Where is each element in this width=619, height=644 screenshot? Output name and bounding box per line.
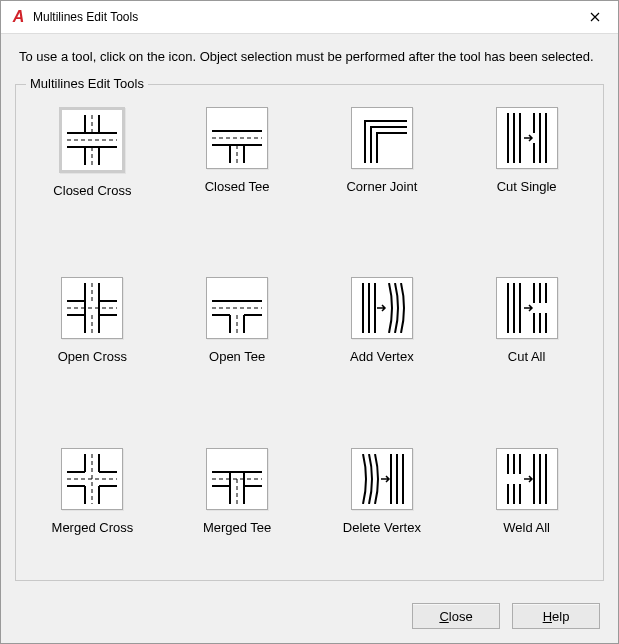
tool-cut-single[interactable]: Cut Single [468, 107, 585, 229]
tool-label: Delete Vertex [343, 520, 421, 535]
button-bar: Close Help [1, 593, 618, 643]
mnemonic: C [439, 609, 448, 624]
merged-tee-icon [206, 448, 268, 510]
tool-closed-cross[interactable]: Closed Cross [34, 107, 151, 229]
tool-delete-vertex[interactable]: Delete Vertex [324, 448, 441, 570]
closed-tee-icon [206, 107, 268, 169]
btn-rest: elp [552, 609, 569, 624]
tool-label: Closed Cross [53, 183, 131, 198]
tool-label: Open Tee [209, 349, 265, 364]
window-title: Multilines Edit Tools [33, 10, 572, 24]
tool-label: Cut Single [497, 179, 557, 194]
tool-label: Corner Joint [346, 179, 417, 194]
dialog-multilines-edit-tools: A Multilines Edit Tools To use a tool, c… [0, 0, 619, 644]
open-tee-icon [206, 277, 268, 339]
tool-label: Weld All [503, 520, 550, 535]
tool-weld-all[interactable]: Weld All [468, 448, 585, 570]
open-cross-icon [61, 277, 123, 339]
weld-all-icon [496, 448, 558, 510]
add-vertex-icon [351, 277, 413, 339]
tool-merged-tee[interactable]: Merged Tee [179, 448, 296, 570]
close-icon[interactable] [572, 1, 618, 33]
tool-add-vertex[interactable]: Add Vertex [324, 277, 441, 399]
btn-rest: lose [449, 609, 473, 624]
panel-legend: Multilines Edit Tools [26, 76, 148, 91]
closed-cross-icon [59, 107, 125, 173]
delete-vertex-icon [351, 448, 413, 510]
app-icon: A [9, 8, 27, 26]
tool-label: Cut All [508, 349, 546, 364]
tool-corner-joint[interactable]: Corner Joint [324, 107, 441, 229]
tool-merged-cross[interactable]: Merged Cross [34, 448, 151, 570]
mnemonic: H [543, 609, 552, 624]
tool-label: Open Cross [58, 349, 127, 364]
tool-open-tee[interactable]: Open Tee [179, 277, 296, 399]
tool-open-cross[interactable]: Open Cross [34, 277, 151, 399]
tool-cut-all[interactable]: Cut All [468, 277, 585, 399]
help-button[interactable]: Help [512, 603, 600, 629]
close-button[interactable]: Close [412, 603, 500, 629]
tool-label: Add Vertex [350, 349, 414, 364]
instruction-text: To use a tool, click on the icon. Object… [1, 34, 618, 76]
tool-label: Merged Cross [52, 520, 134, 535]
merged-cross-icon [61, 448, 123, 510]
tool-label: Closed Tee [205, 179, 270, 194]
tool-label: Merged Tee [203, 520, 271, 535]
tools-grid: Closed Cross Closed Tee [34, 99, 585, 570]
cut-single-icon [496, 107, 558, 169]
tools-panel: Multilines Edit Tools [15, 84, 604, 581]
tool-closed-tee[interactable]: Closed Tee [179, 107, 296, 229]
cut-all-icon [496, 277, 558, 339]
titlebar: A Multilines Edit Tools [1, 1, 618, 34]
corner-joint-icon [351, 107, 413, 169]
